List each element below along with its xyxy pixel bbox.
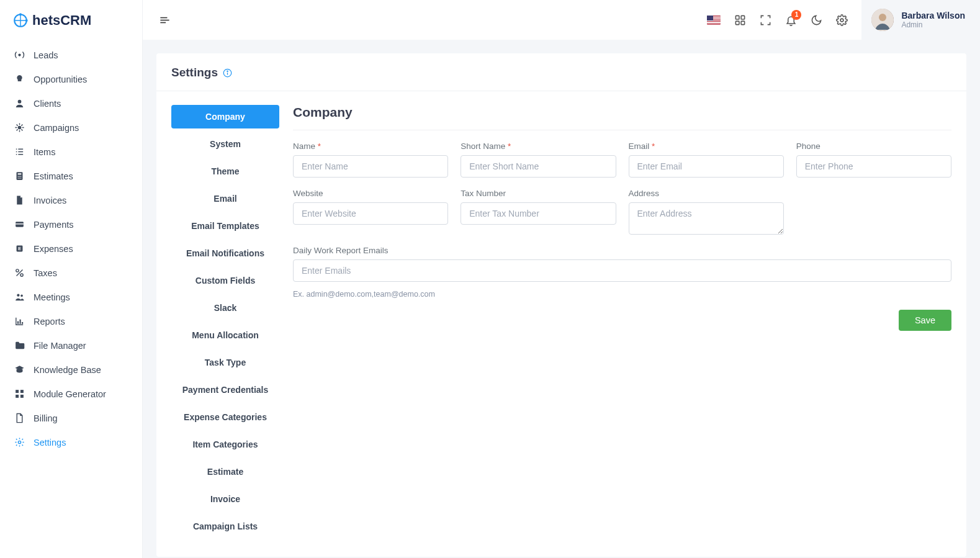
sidebar-item-billing[interactable]: Billing bbox=[0, 406, 142, 430]
sidebar-item-knowledge-base[interactable]: Knowledge Base bbox=[0, 358, 142, 382]
sidebar-item-settings[interactable]: Settings bbox=[0, 430, 142, 454]
settings-icon-button[interactable] bbox=[836, 14, 848, 26]
input-daily-emails[interactable] bbox=[293, 259, 951, 282]
sidebar-item-invoices[interactable]: Invoices bbox=[0, 188, 142, 212]
field-daily-emails: Daily Work Report Emails Ex. admin@demo.… bbox=[293, 246, 951, 299]
sidebar-item-label: Campaigns bbox=[34, 123, 79, 133]
sidebar-item-estimates[interactable]: Estimates bbox=[0, 164, 142, 188]
sidebar-item-file-manager[interactable]: File Manager bbox=[0, 333, 142, 358]
language-button[interactable] bbox=[707, 16, 721, 25]
svg-rect-15 bbox=[16, 223, 24, 224]
sidebar-item-taxes[interactable]: Taxes bbox=[0, 261, 142, 285]
svg-point-18 bbox=[16, 269, 18, 272]
sidebar-item-label: Meetings bbox=[34, 292, 70, 302]
topbar: 1 Barbara Wilson Admin bbox=[143, 0, 980, 40]
group-icon bbox=[14, 292, 25, 302]
svg-point-3 bbox=[18, 53, 20, 56]
bulb-icon bbox=[14, 74, 25, 84]
tab-system[interactable]: System bbox=[171, 132, 279, 156]
avatar bbox=[871, 9, 894, 31]
sidebar-item-items[interactable]: Items bbox=[0, 140, 142, 164]
sidebar-item-meetings[interactable]: Meetings bbox=[0, 285, 142, 309]
chart-icon bbox=[14, 316, 25, 326]
calc-icon bbox=[14, 171, 25, 181]
eicon-icon: E bbox=[14, 243, 25, 254]
tab-company[interactable]: Company bbox=[171, 105, 279, 128]
tab-campaign-lists[interactable]: Campaign Lists bbox=[171, 515, 279, 538]
sidebar-item-label: Taxes bbox=[34, 268, 57, 278]
label-short-name: Short Name * bbox=[461, 142, 616, 151]
sidebar-item-opportunities[interactable]: Opportunities bbox=[0, 67, 142, 91]
menu-toggle-button[interactable] bbox=[159, 14, 171, 26]
settings-tabs: CompanySystemThemeEmailEmail TemplatesEm… bbox=[171, 105, 279, 538]
file-icon bbox=[14, 195, 25, 205]
svg-point-40 bbox=[879, 14, 886, 21]
svg-rect-35 bbox=[742, 16, 745, 19]
svg-point-11 bbox=[17, 178, 18, 178]
theme-toggle-button[interactable] bbox=[811, 14, 822, 26]
sidebar-item-label: Settings bbox=[34, 438, 66, 448]
svg-point-13 bbox=[20, 178, 20, 178]
tab-email-notifications[interactable]: Email Notifications bbox=[171, 241, 279, 265]
sidebar-item-leads[interactable]: Leads bbox=[0, 43, 142, 67]
notification-badge: 1 bbox=[791, 10, 801, 20]
user-name: Barbara Wilson bbox=[901, 11, 965, 20]
sidebar-item-expenses[interactable]: EExpenses bbox=[0, 236, 142, 261]
input-short-name[interactable] bbox=[461, 155, 616, 178]
tab-estimate[interactable]: Estimate bbox=[171, 460, 279, 484]
tab-email[interactable]: Email bbox=[171, 187, 279, 210]
tab-item-categories[interactable]: Item Categories bbox=[171, 433, 279, 456]
label-email: Email * bbox=[629, 142, 784, 151]
tab-custom-fields[interactable]: Custom Fields bbox=[171, 269, 279, 292]
tab-invoice[interactable]: Invoice bbox=[171, 487, 279, 511]
save-button[interactable]: Save bbox=[899, 310, 951, 331]
form-title: Company bbox=[293, 105, 951, 130]
field-address: Address bbox=[629, 189, 784, 235]
input-address[interactable] bbox=[629, 202, 784, 235]
sidebar-item-label: Items bbox=[34, 147, 55, 157]
input-name[interactable] bbox=[293, 155, 448, 178]
sidebar-item-payments[interactable]: Payments bbox=[0, 212, 142, 236]
svg-point-8 bbox=[17, 176, 18, 177]
logo[interactable]: hetsCRM bbox=[0, 0, 142, 38]
svg-point-22 bbox=[20, 295, 23, 297]
sidebar-item-module-generator[interactable]: Module Generator bbox=[0, 382, 142, 406]
doc-icon bbox=[14, 413, 25, 423]
tab-expense-categories[interactable]: Expense Categories bbox=[171, 405, 279, 429]
input-email[interactable] bbox=[629, 155, 784, 178]
tab-menu-allocation[interactable]: Menu Allocation bbox=[171, 323, 279, 347]
svg-rect-24 bbox=[19, 320, 20, 324]
tab-task-type[interactable]: Task Type bbox=[171, 351, 279, 374]
tab-slack[interactable]: Slack bbox=[171, 296, 279, 320]
notifications-button[interactable]: 1 bbox=[785, 14, 797, 26]
tab-payment-credentials[interactable]: Payment Credentials bbox=[171, 378, 279, 402]
tab-theme[interactable]: Theme bbox=[171, 160, 279, 183]
field-phone: Phone bbox=[796, 142, 951, 178]
info-icon[interactable] bbox=[223, 68, 232, 78]
folder-icon bbox=[14, 340, 25, 351]
apps-button[interactable] bbox=[734, 14, 746, 26]
input-tax-number[interactable] bbox=[461, 202, 616, 225]
field-website: Website bbox=[293, 189, 448, 235]
user-icon bbox=[14, 98, 25, 109]
tab-email-templates[interactable]: Email Templates bbox=[171, 214, 279, 238]
sidebar-item-label: Reports bbox=[34, 317, 65, 326]
svg-point-21 bbox=[17, 294, 19, 297]
svg-point-30 bbox=[18, 441, 20, 443]
user-menu[interactable]: Barbara Wilson Admin bbox=[861, 0, 980, 40]
svg-point-10 bbox=[20, 176, 20, 177]
sidebar-item-label: Billing bbox=[34, 413, 58, 423]
svg-point-9 bbox=[19, 176, 19, 177]
gear-icon bbox=[14, 437, 25, 448]
sidebar-item-label: Payments bbox=[34, 220, 73, 230]
input-website[interactable] bbox=[293, 202, 448, 225]
sidebar-item-clients[interactable]: Clients bbox=[0, 91, 142, 115]
fullscreen-button[interactable] bbox=[760, 14, 771, 26]
input-phone[interactable] bbox=[796, 155, 951, 178]
sidebar-item-reports[interactable]: Reports bbox=[0, 309, 142, 333]
sidebar-item-campaigns[interactable]: Campaigns bbox=[0, 115, 142, 140]
grad-icon bbox=[14, 364, 25, 375]
label-name: Name * bbox=[293, 142, 448, 151]
field-short-name: Short Name * bbox=[461, 142, 616, 178]
field-tax-number: Tax Number bbox=[461, 189, 616, 235]
